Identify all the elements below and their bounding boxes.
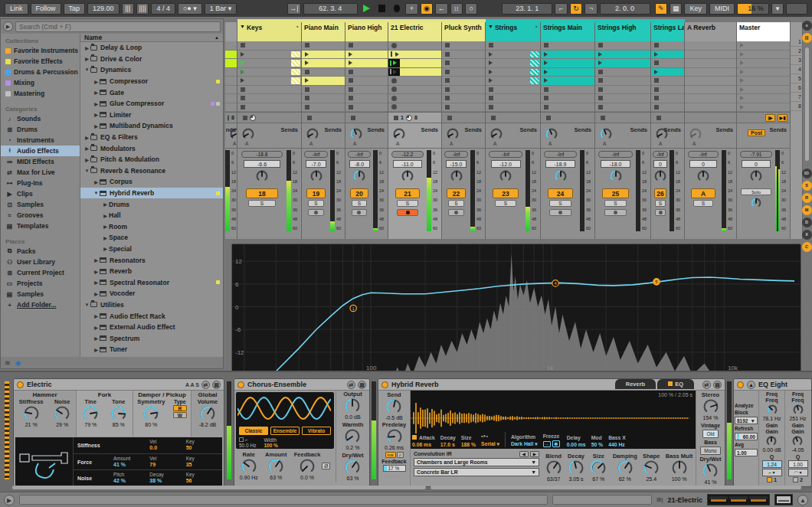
solo-button[interactable]: S (655, 200, 665, 207)
clip-slot[interactable] (302, 41, 345, 51)
sidebar-item-max-for-live[interactable]: ⇄Max for Live (1, 167, 80, 178)
avg-field[interactable]: 1.00 (735, 449, 758, 456)
clip-slot[interactable] (237, 59, 301, 68)
clip-slot[interactable] (225, 86, 237, 95)
nudge-down-icon[interactable]: ||| (122, 3, 134, 15)
peak-level-field[interactable]: -Inf (598, 151, 633, 158)
stereo-knob[interactable]: Stereo154 % (702, 392, 719, 421)
clip-launch-button[interactable] (349, 61, 352, 65)
clip-slot[interactable] (225, 77, 237, 86)
tree-item-drums[interactable]: ▶Drums (80, 198, 223, 210)
tree-arrow-icon[interactable]: ▶ (93, 112, 100, 117)
analyze-toggle[interactable]: Analyze (735, 403, 758, 408)
track-number-button[interactable]: 18 (246, 188, 278, 198)
stiffness-vel-field[interactable]: Vel0.0 (149, 439, 185, 452)
clip-slot[interactable] (225, 59, 237, 68)
clip-stop-button[interactable] (544, 96, 548, 100)
pan-knob[interactable] (255, 169, 269, 186)
clip-slot[interactable] (486, 77, 540, 86)
tree-arrow-icon[interactable]: ▶ (83, 157, 90, 162)
link-button[interactable]: Link (5, 3, 28, 15)
clip-stop-button[interactable] (598, 96, 603, 100)
volume-field[interactable]: -12.0 (491, 160, 521, 168)
tree-item-reverb-resonance[interactable]: ▼Reverb & Resonance (80, 165, 223, 177)
sidebar-item-sounds[interactable]: ♪Sounds (1, 113, 80, 124)
clip-slot[interactable] (388, 94, 441, 103)
warmth-knob[interactable]: Warmth0.2 % (342, 422, 364, 451)
group-fold-icon[interactable]: ▼ (240, 24, 245, 40)
session-record-button[interactable]: ○ (465, 3, 477, 15)
tree-item-utilities[interactable]: ▼Utilities (80, 299, 223, 311)
force-key-field[interactable]: Key35 (186, 456, 222, 469)
clip-slot[interactable] (685, 103, 736, 113)
predelay-sync-toggle[interactable]: ♪ (397, 452, 404, 458)
clip-stop-button[interactable] (349, 105, 353, 110)
clip-slot[interactable] (737, 68, 790, 77)
clip-slot[interactable] (541, 94, 594, 103)
tree-arrow-icon[interactable]: ▶ (93, 101, 100, 106)
quantize-menu[interactable]: 1 Bar ▾ (205, 3, 237, 15)
collection-favorite-instruments[interactable]: Favorite Instruments (1, 45, 80, 56)
device-activator-toggle[interactable] (17, 381, 24, 388)
clip-slot[interactable] (442, 51, 485, 60)
track-header-strings-layer[interactable]: Strings Layer (651, 22, 684, 41)
tree-arrow-icon[interactable]: ▶ (93, 313, 100, 319)
clip-slot[interactable] (651, 68, 684, 77)
tree-arrow-icon[interactable]: ▶ (83, 56, 90, 61)
clip-stop-button[interactable] (305, 87, 309, 92)
track-number-button[interactable]: 19 (306, 188, 325, 198)
search-input[interactable] (15, 21, 221, 32)
feedback-knob[interactable]: Feedback0.0 % (294, 452, 321, 481)
clip-slot[interactable] (541, 41, 594, 51)
track-number-button[interactable]: 21 (395, 188, 421, 198)
toggle-x[interactable]: X (802, 230, 812, 240)
group-slot-button[interactable] (489, 78, 493, 83)
peak-level-field[interactable]: -Inf (544, 151, 577, 158)
sidebar-item-plug-ins[interactable]: ⊶Plug-Ins (1, 178, 80, 188)
clip-slot[interactable] (685, 86, 736, 95)
tree-item-drive-color[interactable]: ▶Drive & Color (80, 54, 223, 65)
track-number-button[interactable]: 20 (350, 188, 368, 198)
clip-slot[interactable] (302, 77, 345, 86)
group-slot-button[interactable] (241, 52, 244, 57)
volume-field[interactable]: 0 (689, 160, 717, 168)
clip-slot[interactable] (541, 51, 594, 60)
tree-arrow-icon[interactable]: ▶ (93, 257, 100, 263)
clip-slot[interactable] (541, 68, 594, 77)
pan-knob[interactable] (309, 169, 323, 186)
track-header-piano-high[interactable]: Piano High (345, 22, 388, 41)
arrangement-view-toggle[interactable]: ≡ (802, 21, 812, 31)
clip-launch-button[interactable] (305, 52, 309, 57)
arrangement-position-field[interactable]: 62. 3. 4 (303, 3, 358, 15)
tree-item-corpus[interactable]: ▶Corpus (80, 176, 223, 188)
show-hide-device-view-icon[interactable]: ▲ (797, 495, 808, 505)
decay-knob[interactable]: Decay3.05 s (568, 453, 584, 482)
collection-mixing[interactable]: Mixing (1, 77, 80, 88)
clip-slot[interactable] (651, 94, 684, 103)
volume-field[interactable]: 0 (653, 160, 667, 168)
track-number-button[interactable]: 23 (493, 188, 519, 198)
tree-item-compressor[interactable]: ▶Compressor (80, 76, 223, 87)
tree-arrow-icon[interactable]: ▶ (83, 146, 90, 151)
pan-knob[interactable] (554, 169, 568, 186)
tree-item-delay-loop[interactable]: ▶Delay & Loop (80, 42, 223, 54)
clip-slot[interactable] (651, 103, 684, 113)
clip-slot[interactable] (237, 41, 301, 51)
clip-stop-button[interactable] (544, 87, 548, 92)
tree-item-spectral-resonator[interactable]: ▶Spectral Resonator (80, 276, 223, 288)
clip-record-button[interactable] (391, 78, 397, 83)
arm-button[interactable] (549, 209, 571, 216)
clip-stop-button[interactable] (489, 96, 493, 100)
preview-toggle-icon[interactable]: ≋ (5, 359, 11, 367)
clip-slot[interactable] (345, 41, 388, 51)
scene-launch-button[interactable] (740, 96, 744, 100)
tab-eq[interactable]: EQ (657, 379, 694, 389)
clip-slot[interactable] (225, 41, 237, 51)
pan-knob[interactable] (499, 169, 512, 186)
preview-play-icon[interactable]: ▶ (4, 495, 15, 505)
track-number-button[interactable]: 24 (548, 188, 573, 198)
help-icon[interactable]: ◉ (15, 359, 21, 367)
device-activator-toggle[interactable] (381, 381, 388, 388)
tree-arrow-icon[interactable]: ▶ (102, 201, 109, 207)
clip-stop-button[interactable] (305, 105, 309, 110)
